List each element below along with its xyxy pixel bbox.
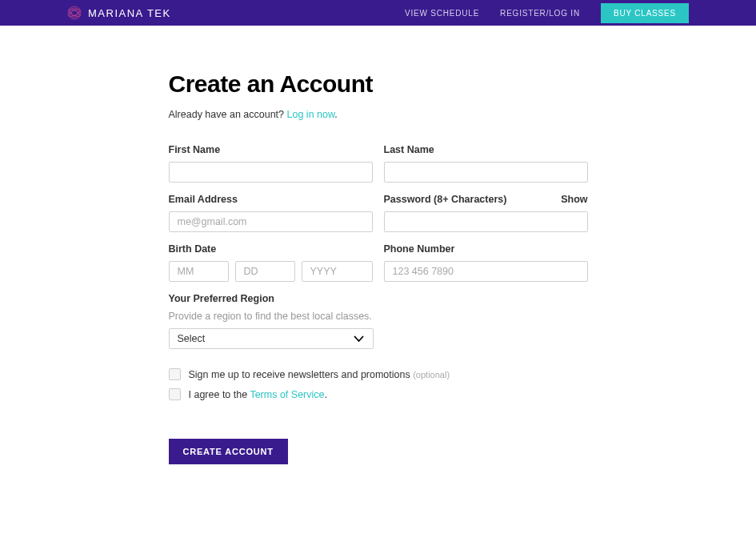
brand-text: MARIANA TEK bbox=[88, 7, 171, 19]
newsletter-checkbox[interactable] bbox=[169, 368, 181, 380]
brand-icon bbox=[67, 6, 82, 20]
main-nav: VIEW SCHEDULE REGISTER/LOG IN BUY CLASSE… bbox=[405, 3, 689, 23]
main-content: Create an Account Already have an accoun… bbox=[169, 70, 588, 496]
first-name-label: First Name bbox=[169, 144, 373, 155]
phone-label: Phone Number bbox=[384, 243, 588, 255]
phone-input[interactable] bbox=[384, 261, 588, 282]
nav-view-schedule[interactable]: VIEW SCHEDULE bbox=[405, 9, 479, 18]
email-input[interactable] bbox=[169, 211, 373, 232]
create-account-button[interactable]: CREATE ACCOUNT bbox=[169, 439, 288, 464]
password-show-toggle[interactable]: Show bbox=[561, 194, 587, 205]
nav-register-login[interactable]: REGISTER/LOG IN bbox=[500, 9, 580, 18]
tos-label: I agree to the Terms of Service. bbox=[189, 389, 328, 400]
region-hint: Provide a region to find the best local … bbox=[169, 311, 374, 322]
brand-logo[interactable]: MARIANA TEK bbox=[67, 6, 171, 20]
login-prompt: Already have an account? Log in now. bbox=[169, 109, 588, 120]
login-prompt-prefix: Already have an account? bbox=[169, 109, 287, 120]
svg-point-2 bbox=[71, 10, 78, 16]
newsletter-label: Sign me up to receive newsletters and pr… bbox=[189, 369, 450, 380]
birth-date-label: Birth Date bbox=[169, 243, 373, 255]
birth-month-input[interactable] bbox=[169, 261, 229, 282]
birth-day-input[interactable] bbox=[235, 261, 295, 282]
region-label: Your Preferred Region bbox=[169, 293, 374, 304]
tos-link[interactable]: Terms of Service bbox=[250, 389, 324, 400]
login-prompt-suffix: . bbox=[334, 109, 337, 120]
first-name-input[interactable] bbox=[169, 162, 373, 183]
buy-classes-button[interactable]: BUY CLASSES bbox=[601, 3, 689, 23]
region-select[interactable]: Select bbox=[169, 328, 374, 349]
password-label: Password (8+ Characters) bbox=[384, 194, 507, 205]
site-header: MARIANA TEK VIEW SCHEDULE REGISTER/LOG I… bbox=[0, 0, 756, 26]
last-name-label: Last Name bbox=[384, 144, 588, 155]
page-title: Create an Account bbox=[169, 70, 588, 98]
last-name-input[interactable] bbox=[384, 162, 588, 183]
tos-checkbox[interactable] bbox=[169, 388, 181, 400]
login-link[interactable]: Log in now bbox=[287, 109, 335, 120]
birth-year-input[interactable] bbox=[302, 261, 373, 282]
email-label: Email Address bbox=[169, 194, 373, 205]
password-input[interactable] bbox=[384, 211, 588, 232]
